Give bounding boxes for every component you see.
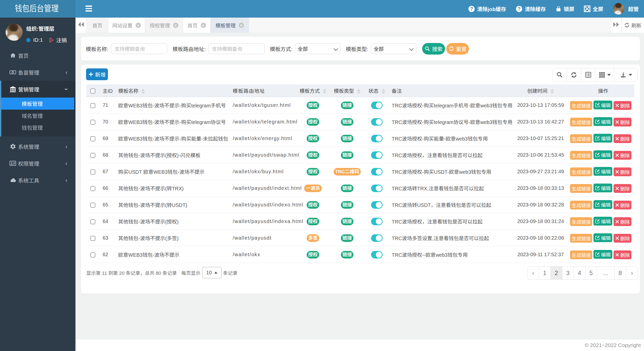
svg-text:1: 1: [12, 71, 14, 74]
svg-text:?: ?: [470, 6, 473, 12]
svg-text:?: ?: [517, 6, 520, 12]
